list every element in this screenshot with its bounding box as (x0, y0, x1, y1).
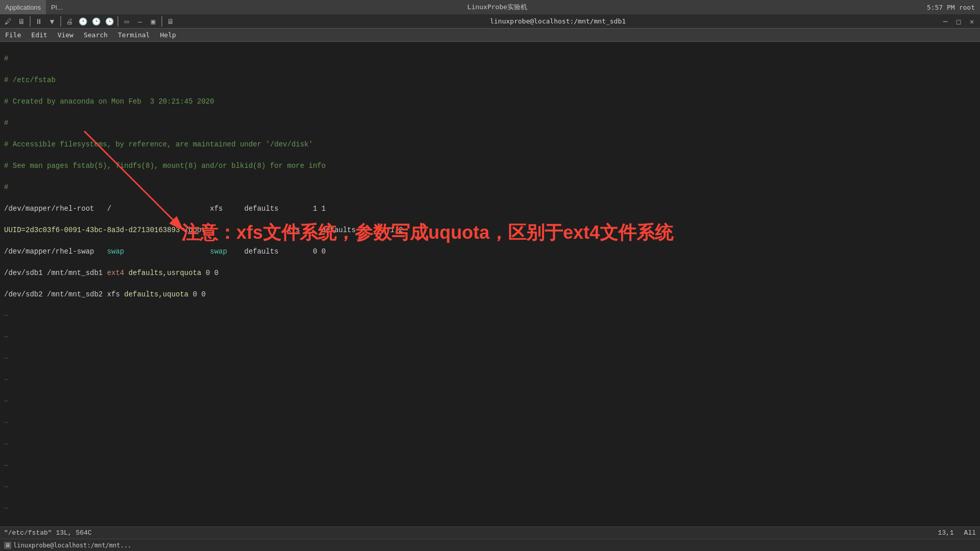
editor[interactable]: # # /etc/fstab # Created by anaconda on … (0, 42, 980, 527)
tilde-10: ~ (4, 504, 976, 514)
menu-terminal[interactable]: Terminal (113, 29, 155, 42)
menu-help[interactable]: Help (155, 29, 181, 42)
tilde-11: ~ (4, 525, 976, 527)
title-bar-left: 🖊 🖥 ⏸ ▼ 🖨 🕐 🕑 🕒 ▭ — ▣ 🖥 (0, 15, 177, 28)
dropdown-icon[interactable]: ▼ (46, 15, 58, 28)
line-5: # Accessible filesystems, by reference, … (4, 139, 976, 150)
tilde-1: ~ (4, 311, 976, 321)
tilde-6: ~ (4, 418, 976, 429)
minimize-button[interactable]: ─ (939, 15, 951, 28)
tilde-7: ~ (4, 439, 976, 450)
screen1-icon[interactable]: ▭ (120, 15, 133, 28)
tilde-8: ~ (4, 461, 976, 471)
places-menu[interactable]: Pl... (46, 0, 67, 14)
file-info: "/etc/fstab" 13L, 564C (4, 529, 92, 537)
tilde-4: ~ (4, 375, 976, 386)
terminal-taskbar-icon: 🖥 (4, 542, 11, 549)
window-title: linuxprobe@localhost:/mnt/mnt_sdb1 (177, 17, 939, 25)
line-7: # (4, 182, 976, 193)
screen2-icon[interactable]: — (134, 15, 146, 28)
clock1-icon[interactable]: 🕐 (77, 15, 89, 28)
separator (30, 16, 31, 27)
monitor-icon[interactable]: 🖥 (164, 15, 177, 28)
line-4: # (4, 118, 976, 129)
menu-file[interactable]: File (0, 29, 26, 42)
pause-icon[interactable]: ⏸ (33, 15, 45, 28)
tilde-9: ~ (4, 482, 976, 493)
line-12: /dev/sdb2 /mnt/mnt_sdb2 xfs defaults,uqu… (4, 289, 976, 300)
editor-content: # # /etc/fstab # Created by anaconda on … (0, 42, 980, 527)
system-time: 5:57 PM (927, 4, 955, 11)
close-button[interactable]: ✕ (966, 15, 978, 28)
separator3 (117, 16, 118, 27)
cursor-position: 13,1 (938, 529, 953, 537)
menu-edit[interactable]: Edit (26, 29, 52, 42)
tilde-2: ~ (4, 332, 976, 343)
maximize-button[interactable]: □ (952, 15, 965, 28)
separator2 (60, 16, 61, 27)
terminal-icon: 🖥 (15, 15, 28, 28)
system-user: root (959, 4, 975, 11)
tilde-3: ~ (4, 354, 976, 364)
system-bar: Applications Pl... LinuxProbe实验机 5:57 PM… (0, 0, 980, 14)
vim-status-bar: "/etc/fstab" 13L, 564C 13,1 All (0, 527, 980, 539)
print-icon[interactable]: 🖨 (63, 15, 76, 28)
line-8: /dev/mapper/rhel-root / xfs defaults 1 1 (4, 204, 976, 214)
clock3-icon[interactable]: 🕒 (103, 15, 115, 28)
vim-icon: 🖊 (2, 15, 14, 28)
menu-bar: File Edit View Search Terminal Help (0, 29, 980, 42)
clock2-icon[interactable]: 🕑 (90, 15, 102, 28)
line-3: # Created by anaconda on Mon Feb 3 20:21… (4, 96, 976, 107)
line-6: # See man pages fstab(5), findfs(8), mou… (4, 161, 976, 171)
system-bar-right: 5:57 PM root (927, 4, 980, 11)
title-bar-right: ─ □ ✕ (939, 15, 980, 28)
line-2: # /etc/fstab (4, 75, 976, 86)
taskbar: 🖥 linuxprobe@localhost:/mnt/mnt... (0, 539, 980, 551)
taskbar-terminal[interactable]: 🖥 linuxprobe@localhost:/mnt/mnt... (0, 539, 135, 552)
line-10: /dev/mapper/rhel-swap swap swap defaults… (4, 246, 976, 257)
line-11: /dev/sdb1 /mnt/mnt_sdb1 ext4 defaults,us… (4, 268, 976, 279)
menu-search[interactable]: Search (79, 29, 113, 42)
menu-view[interactable]: View (53, 29, 79, 42)
tilde-5: ~ (4, 396, 976, 407)
line-1: # (4, 54, 976, 64)
applications-menu[interactable]: Applications (0, 0, 46, 14)
machine-name: LinuxProbe实验机 (468, 3, 527, 12)
taskbar-label: linuxprobe@localhost:/mnt/mnt... (13, 542, 131, 549)
screen3-icon[interactable]: ▣ (147, 15, 159, 28)
scroll-position: All (964, 529, 976, 537)
line-9: UUID=2d3c03f6-0091-43bc-8a3d-d2713016389… (4, 225, 976, 236)
title-bar: 🖊 🖥 ⏸ ▼ 🖨 🕐 🕑 🕒 ▭ — ▣ 🖥 linuxprobe@local… (0, 14, 980, 29)
system-bar-left: Applications Pl... (0, 0, 68, 14)
separator4 (161, 16, 162, 27)
